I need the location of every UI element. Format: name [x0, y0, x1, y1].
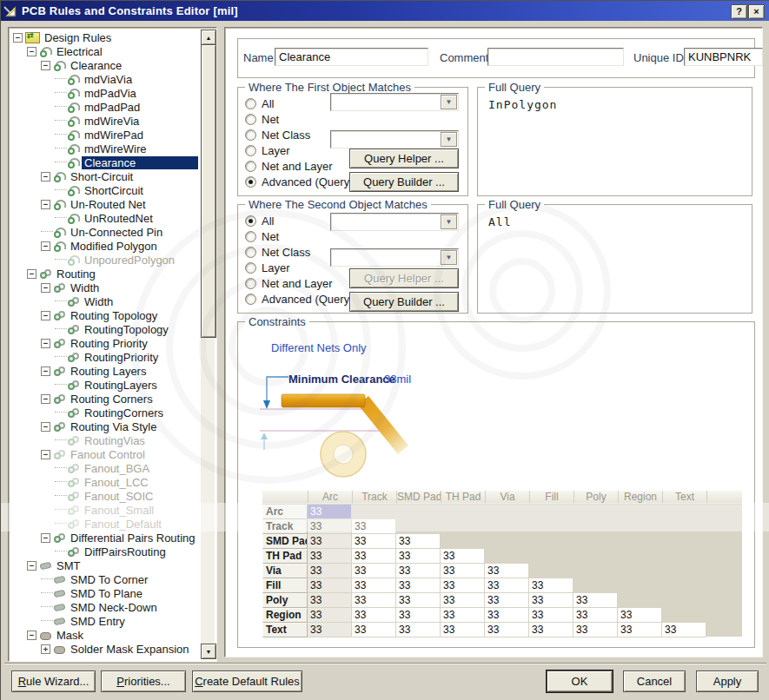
matrix-cell-region-arc[interactable]: 33: [308, 608, 352, 623]
cancel-button[interactable]: Cancel: [623, 670, 686, 692]
tree-item-mdwirewire[interactable]: mdWireWire: [10, 142, 200, 155]
matrix-rowheader-track[interactable]: Track: [262, 519, 308, 534]
matrix-cell-region-fill[interactable]: 33: [529, 608, 573, 623]
tree-item-width[interactable]: −Width: [10, 281, 200, 294]
matrix-rowheader-smd-pad[interactable]: SMD Pad: [262, 534, 308, 549]
matrix-cell-via-th-pad[interactable]: 33: [441, 564, 485, 578]
collapse-box-icon[interactable]: −: [27, 561, 36, 571]
matrix-cell-fill-smd-pad[interactable]: 33: [396, 578, 441, 593]
matrix-cell-fill-fill[interactable]: 33: [529, 578, 573, 593]
matrix-cell-smd-pad-arc[interactable]: 33: [308, 534, 352, 549]
tree-item-electrical[interactable]: −Electrical: [10, 44, 200, 58]
matrix-colheader-track[interactable]: Track: [352, 491, 396, 504]
second-net-combo[interactable]: ▼: [330, 213, 459, 231]
matrix-cell-region-smd-pad[interactable]: 33: [396, 608, 441, 623]
tree-item-diffpairsrouting[interactable]: DiffPairsRouting: [10, 545, 200, 558]
radio-unchecked-icon[interactable]: [245, 145, 256, 156]
tree-item-fanout-bga[interactable]: Fanout_BGA: [10, 461, 200, 475]
matrix-cell-region-via[interactable]: 33: [485, 608, 529, 623]
matrix-rowheader-via[interactable]: Via: [262, 564, 308, 578]
tree-item-clearance[interactable]: −Clearance: [10, 58, 200, 72]
tree-item-mdpadvia[interactable]: mdPadVia: [10, 86, 200, 100]
chevron-down-icon[interactable]: ▼: [441, 215, 457, 229]
matrix-cell-via-arc[interactable]: 33: [308, 564, 352, 578]
collapse-box-icon[interactable]: −: [41, 172, 50, 182]
tree-scrollbar[interactable]: ▲ ▼: [201, 30, 215, 659]
tree-item-mdpadpad[interactable]: mdPadPad: [10, 100, 200, 114]
tree-item-fanout-lcc[interactable]: Fanout_LCC: [10, 475, 200, 489]
scrollbar-thumb[interactable]: [201, 44, 216, 338]
expand-box-icon[interactable]: +: [41, 644, 50, 654]
matrix-colheader-th-pad[interactable]: TH Pad: [441, 491, 485, 504]
tree-item-mdwirevia[interactable]: mdWireVia: [10, 114, 200, 128]
matrix-colheader-arc[interactable]: Arc: [308, 491, 352, 504]
tree-item-fanout-small[interactable]: Fanout_Small: [10, 503, 200, 517]
first-net-combo[interactable]: ▼: [330, 93, 459, 111]
matrix-cell-via-smd-pad[interactable]: 33: [396, 564, 441, 578]
first-query-helper-button[interactable]: Query Helper ...: [349, 149, 459, 168]
tree-item-smd-neck-down[interactable]: SMD Neck-Down: [10, 600, 200, 614]
tree-item-routinglayers[interactable]: RoutingLayers: [10, 378, 200, 392]
matrix-cell-th-pad-arc[interactable]: 33: [308, 549, 352, 564]
collapse-box-icon[interactable]: −: [41, 394, 50, 404]
tree-item-modified-polygon[interactable]: −Modified Polygon: [10, 239, 200, 253]
tree-item-routingvias[interactable]: RoutingVias: [10, 433, 200, 447]
matrix-rowheader-th-pad[interactable]: TH Pad: [262, 549, 308, 564]
matrix-colheader-region[interactable]: Region: [618, 491, 662, 504]
second-query-helper-button[interactable]: Query Helper ...: [349, 268, 459, 288]
matrix-cell-th-pad-track[interactable]: 33: [352, 549, 396, 564]
matrix-cell-poly-th-pad[interactable]: 33: [441, 593, 485, 608]
matrix-cell-smd-pad-track[interactable]: 33: [352, 534, 396, 549]
tree-item-routing-corners[interactable]: −Routing Corners: [10, 392, 200, 406]
matrix-cell-via-via[interactable]: 33: [485, 564, 529, 578]
matrix-cell-region-track[interactable]: 33: [352, 608, 396, 623]
radio-option-advanced-query[interactable]: Advanced (Query): [245, 291, 354, 307]
matrix-cell-poly-via[interactable]: 33: [485, 593, 529, 608]
matrix-cell-poly-smd-pad[interactable]: 33: [396, 593, 441, 608]
tree-item-smd-to-corner[interactable]: SMD To Corner: [10, 572, 200, 586]
close-button[interactable]: ×: [748, 4, 765, 19]
tree-item-fanout-control[interactable]: −Fanout Control: [10, 447, 200, 461]
matrix-colheader-fill[interactable]: Fill: [529, 491, 573, 504]
comment-input[interactable]: [487, 48, 624, 66]
matrix-cell-track-track[interactable]: 33: [352, 519, 396, 534]
matrix-cell-poly-arc[interactable]: 33: [308, 593, 352, 608]
matrix-cell-via-track[interactable]: 33: [352, 564, 396, 578]
tree-item-routing-via-style[interactable]: −Routing Via Style: [10, 419, 200, 433]
matrix-colheader-poly[interactable]: Poly: [573, 491, 618, 504]
tree-item-routing-layers[interactable]: −Routing Layers: [10, 364, 200, 378]
matrix-cell-text-track[interactable]: 33: [352, 623, 396, 637]
collapse-box-icon[interactable]: −: [41, 200, 50, 209]
collapse-box-icon[interactable]: −: [27, 47, 36, 56]
radio-unchecked-icon[interactable]: [245, 98, 256, 109]
collapse-box-icon[interactable]: −: [41, 533, 50, 543]
matrix-colheader-smd-pad[interactable]: SMD Pad: [396, 491, 441, 504]
collapse-box-icon[interactable]: −: [41, 241, 50, 251]
matrix-rowheader-fill[interactable]: Fill: [262, 578, 308, 593]
matrix-cell-region-region[interactable]: 33: [618, 608, 662, 623]
radio-unchecked-icon[interactable]: [245, 114, 256, 125]
tree-item-routing-topology[interactable]: −Routing Topology: [10, 308, 200, 322]
radio-unchecked-icon[interactable]: [245, 294, 256, 305]
radio-checked-icon[interactable]: [245, 215, 256, 227]
matrix-cell-fill-arc[interactable]: 33: [308, 578, 352, 593]
matrix-cell-region-th-pad[interactable]: 33: [441, 608, 485, 623]
collapse-box-icon[interactable]: −: [41, 311, 50, 320]
matrix-cell-text-smd-pad[interactable]: 33: [396, 623, 441, 637]
chevron-down-icon[interactable]: ▼: [441, 95, 457, 109]
tree-item-unpouredpolygon[interactable]: UnpouredPolygon: [10, 253, 200, 267]
radio-unchecked-icon[interactable]: [245, 278, 256, 289]
matrix-cell-th-pad-th-pad[interactable]: 33: [441, 549, 485, 564]
matrix-cell-fill-track[interactable]: 33: [352, 578, 396, 593]
collapse-box-icon[interactable]: −: [41, 422, 50, 432]
unique-id-input[interactable]: [684, 48, 763, 66]
tree-item-short-circuit[interactable]: −Short-Circuit: [10, 169, 200, 183]
radio-checked-icon[interactable]: [245, 176, 256, 188]
scroll-up-icon[interactable]: ▲: [201, 30, 216, 45]
matrix-cell-text-text[interactable]: 33: [662, 623, 706, 637]
matrix-cell-region-poly[interactable]: 33: [573, 608, 618, 623]
collapse-box-icon[interactable]: −: [27, 269, 36, 279]
second-query-builder-button[interactable]: Query Builder ...: [349, 292, 459, 312]
tree-item-width[interactable]: Width: [10, 294, 200, 308]
tree-item-solder-mask-expansion[interactable]: +Solder Mask Expansion: [10, 642, 200, 656]
